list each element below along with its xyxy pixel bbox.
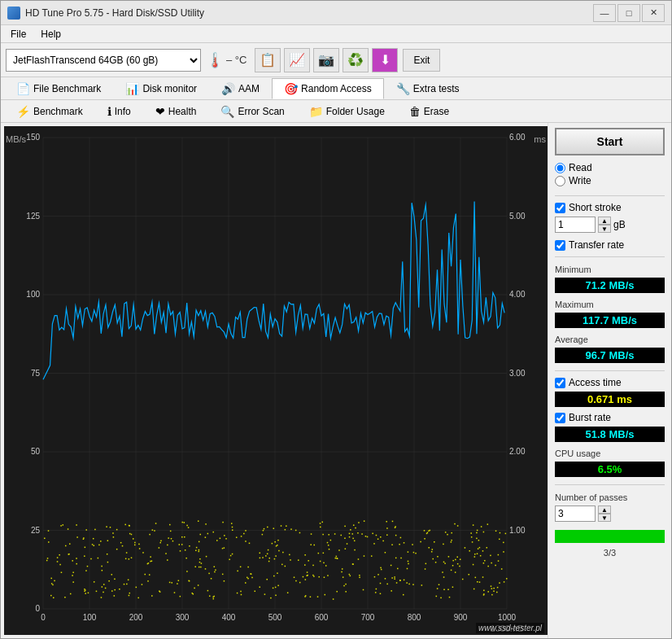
tab-extra-tests-label: Extra tests — [413, 83, 460, 94]
menu-help[interactable]: Help — [34, 27, 68, 42]
tab-random-access-label: Random Access — [301, 83, 372, 94]
tab-info-label: Info — [115, 106, 131, 117]
short-stroke-down[interactable]: ▼ — [598, 225, 611, 233]
tab-erase[interactable]: 🗑 Erase — [397, 101, 461, 122]
burst-rate-checkbox-item[interactable]: Burst rate — [555, 412, 665, 423]
cpu-usage-label: CPU usage — [555, 449, 665, 458]
exit-button[interactable]: Exit — [403, 49, 440, 72]
tab-aam-label: AAM — [238, 83, 260, 94]
main-window: HD Tune Pro 5.75 - Hard Disk/SSD Utility… — [0, 0, 672, 639]
short-stroke-unit: gB — [613, 219, 626, 230]
start-button[interactable]: Start — [555, 128, 665, 155]
short-stroke-checkbox-item[interactable]: Short stroke — [555, 202, 665, 213]
tab-folder-usage-label: Folder Usage — [326, 106, 385, 117]
tab-aam[interactable]: 🔊 AAM — [209, 78, 272, 99]
aam-icon: 🔊 — [221, 82, 235, 95]
watermark: www.ssd-tester.pl — [476, 623, 544, 633]
close-button[interactable]: ✕ — [642, 4, 665, 22]
cpu-usage-value: 6.5% — [555, 462, 665, 477]
average-label: Average — [555, 335, 665, 344]
access-time-checkbox[interactable] — [555, 378, 565, 388]
info-icon: ℹ — [107, 105, 111, 118]
graph-icon-button[interactable]: 📈 — [284, 48, 310, 72]
title-buttons: — □ ✕ — [593, 4, 665, 22]
tab-erase-label: Erase — [424, 106, 449, 117]
recycle-icon-button[interactable]: ♻️ — [343, 48, 369, 72]
maximum-value: 117.7 MB/s — [555, 313, 665, 328]
download-icon-button[interactable]: ⬇ — [372, 48, 398, 72]
minimum-value: 71.2 MB/s — [555, 278, 665, 293]
tab-disk-monitor[interactable]: 📊 Disk monitor — [113, 78, 209, 99]
divider-4 — [555, 484, 665, 485]
write-label: Write — [569, 175, 591, 186]
tab-bar-secondary: ⚡ Benchmark ℹ Info ❤ Health 🔍 Error Scan… — [1, 100, 671, 123]
disk-monitor-icon: 📊 — [125, 82, 139, 95]
tab-health[interactable]: ❤ Health — [143, 101, 209, 122]
tab-error-scan[interactable]: 🔍 Error Scan — [208, 101, 296, 122]
passes-progress-text: 3/3 — [555, 548, 665, 558]
average-value: 96.7 MB/s — [555, 348, 665, 363]
chart-container: www.ssd-tester.pl — [4, 126, 548, 635]
short-stroke-input[interactable] — [555, 217, 596, 233]
maximize-button[interactable]: □ — [617, 4, 640, 22]
transfer-rate-checkbox-item[interactable]: Transfer rate — [555, 239, 665, 251]
main-content: www.ssd-tester.pl Start Read Write Short… — [1, 123, 671, 638]
folder-usage-icon: 📁 — [309, 105, 323, 118]
copy-icon-button[interactable]: 📋 — [255, 48, 281, 72]
write-radio-item[interactable]: Write — [555, 175, 665, 186]
tab-file-benchmark-label: File Benchmark — [33, 83, 101, 94]
passes-up[interactable]: ▲ — [598, 506, 611, 514]
tab-health-label: Health — [168, 106, 197, 117]
right-panel: Start Read Write Short stroke ▲ — [548, 123, 671, 638]
toolbar-icon-group: 📋 📈 📷 ♻️ ⬇ — [255, 48, 398, 72]
access-time-checkbox-item[interactable]: Access time — [555, 377, 665, 388]
extra-tests-icon: 🔧 — [396, 82, 410, 95]
transfer-rate-checkbox[interactable] — [555, 240, 565, 251]
tab-disk-monitor-label: Disk monitor — [142, 83, 197, 94]
burst-rate-checkbox[interactable] — [555, 413, 565, 423]
divider-1 — [555, 195, 665, 196]
file-benchmark-icon: 📄 — [16, 82, 30, 95]
burst-rate-label: Burst rate — [569, 412, 611, 423]
passes-down[interactable]: ▼ — [598, 514, 611, 522]
menu-bar: File Help — [1, 25, 671, 43]
short-stroke-up[interactable]: ▲ — [598, 217, 611, 225]
passes-input[interactable] — [555, 506, 596, 522]
passes-label: Number of passes — [555, 492, 665, 502]
passes-progress-bar — [555, 530, 665, 543]
passes-arrows: ▲ ▼ — [598, 506, 611, 522]
access-time-value: 0.671 ms — [555, 392, 665, 407]
minimize-button[interactable]: — — [593, 4, 616, 22]
maximum-label: Maximum — [555, 300, 665, 309]
read-radio-item[interactable]: Read — [555, 162, 665, 173]
window-title: HD Tune Pro 5.75 - Hard Disk/SSD Utility — [25, 7, 204, 19]
tab-benchmark[interactable]: ⚡ Benchmark — [4, 101, 95, 122]
passes-progress-container — [555, 530, 665, 543]
read-label: Read — [569, 162, 592, 173]
write-radio[interactable] — [555, 176, 565, 186]
tab-folder-usage[interactable]: 📁 Folder Usage — [297, 101, 397, 122]
chart-canvas — [4, 126, 548, 635]
menu-file[interactable]: File — [4, 27, 33, 42]
benchmark-icon: ⚡ — [16, 105, 30, 118]
short-stroke-checkbox[interactable] — [555, 203, 565, 213]
drive-select[interactable]: JetFlashTranscend 64GB (60 gB) — [6, 49, 201, 72]
tab-random-access[interactable]: 🎯 Random Access — [272, 78, 384, 99]
tab-bar-primary: 📄 File Benchmark 📊 Disk monitor 🔊 AAM 🎯 … — [1, 77, 671, 100]
toolbar: JetFlashTranscend 64GB (60 gB) 🌡️ – °C 📋… — [1, 43, 671, 77]
passes-spinner-row: ▲ ▼ — [555, 506, 665, 522]
tab-benchmark-label: Benchmark — [33, 106, 83, 117]
tab-file-benchmark[interactable]: 📄 File Benchmark — [4, 78, 113, 99]
temperature-value: – °C — [226, 54, 247, 66]
short-stroke-label: Short stroke — [569, 202, 622, 213]
access-time-label: Access time — [569, 377, 622, 388]
read-radio[interactable] — [555, 163, 565, 173]
title-bar: HD Tune Pro 5.75 - Hard Disk/SSD Utility… — [1, 1, 671, 25]
tab-info[interactable]: ℹ Info — [95, 101, 143, 122]
tab-extra-tests[interactable]: 🔧 Extra tests — [384, 78, 472, 99]
health-icon: ❤ — [155, 105, 165, 118]
random-access-icon: 🎯 — [284, 82, 298, 95]
thermometer-icon: 🌡️ — [206, 51, 224, 69]
camera-icon-button[interactable]: 📷 — [313, 48, 339, 72]
error-scan-icon: 🔍 — [220, 105, 234, 118]
